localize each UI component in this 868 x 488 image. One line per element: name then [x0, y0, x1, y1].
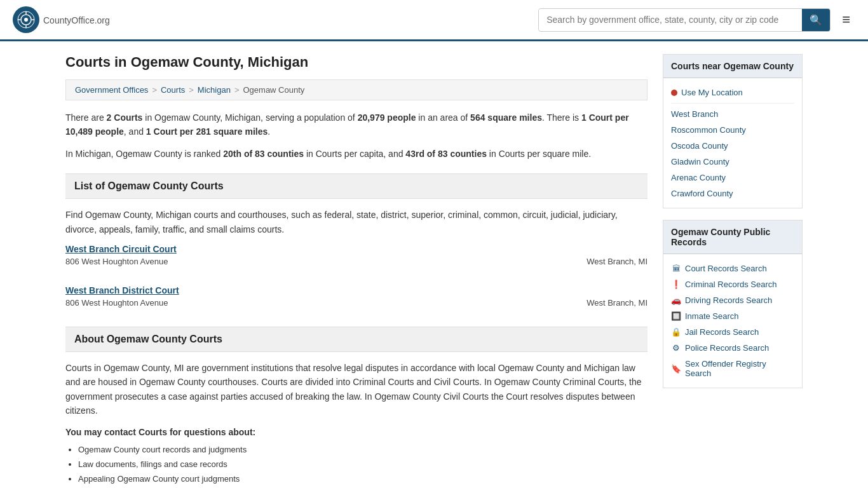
logo-text: CountyOffice.org — [43, 13, 110, 27]
about-text: Courts in Ogemaw County, MI are governme… — [65, 361, 648, 418]
records-link-1[interactable]: ❗ Criminal Records Search — [671, 276, 794, 292]
contact-header: You may contact Courts for questions abo… — [65, 427, 648, 437]
list-section-header: List of Ogemaw County Courts — [65, 173, 648, 199]
nearby-link-4[interactable]: Arenac County — [671, 170, 794, 186]
rank-text-2: in Courts per capita, and — [304, 149, 405, 159]
court-1-details: 806 West Houghton Avenue West Branch, MI — [65, 257, 648, 266]
intro-text-3: in an area of — [416, 112, 470, 123]
use-my-location-link[interactable]: Use My Location — [671, 85, 794, 100]
search-bar: 🔍 — [538, 8, 831, 32]
intro-text-2: in Ogemaw County, Michigan, serving a po… — [142, 112, 357, 123]
records-link-5[interactable]: ⚙ Police Records Search — [671, 340, 794, 356]
court-2-details: 806 West Houghton Avenue West Branch, MI — [65, 298, 648, 308]
location-dot-icon — [671, 90, 677, 96]
sidebar-records-box: Ogemaw County Public Records 🏛 Court Rec… — [663, 220, 803, 388]
records-link-0[interactable]: 🏛 Court Records Search — [671, 261, 794, 276]
sidebar: Courts near Ogemaw County Use My Locatio… — [663, 54, 803, 487]
records-label-6: Sex Offender Registry Search — [685, 359, 794, 378]
breadcrumb-gov-offices[interactable]: Government Offices — [75, 85, 148, 95]
court-1-name[interactable]: West Branch Circuit Court — [65, 244, 648, 254]
breadcrumb-sep-3: > — [234, 85, 240, 95]
main-wrapper: Courts in Ogemaw County, Michigan Govern… — [53, 41, 815, 488]
records-header: Ogemaw County Public Records — [663, 220, 802, 254]
breadcrumb-sep-2: > — [189, 85, 194, 95]
driving-records-icon: 🚗 — [671, 295, 681, 305]
ranked-text: In Michigan, Ogemaw County is ranked — [65, 149, 223, 159]
jail-records-icon: 🔒 — [671, 327, 681, 337]
page-title: Courts in Ogemaw County, Michigan — [65, 54, 648, 71]
nearby-link-2[interactable]: Oscoda County — [671, 138, 794, 154]
police-records-icon: ⚙ — [671, 343, 681, 353]
sidebar-nearby-box: Courts near Ogemaw County Use My Locatio… — [663, 54, 803, 208]
courts-list: West Branch Circuit Court 806 West Hough… — [65, 244, 648, 314]
court-1-address: 806 West Houghton Avenue — [65, 257, 168, 266]
nearby-content: Use My Location West Branch Roscommon Co… — [663, 78, 802, 208]
court-item-2: West Branch District Court 806 West Houg… — [65, 285, 648, 314]
sex-offender-icon: 🔖 — [671, 364, 681, 374]
intro-text-5: , and — [124, 126, 146, 137]
court-2-name[interactable]: West Branch District Court — [65, 285, 648, 295]
nearby-header: Courts near Ogemaw County — [663, 55, 802, 78]
court-1-city: West Branch, MI — [587, 257, 648, 266]
records-content: 🏛 Court Records Search ❗ Criminal Record… — [663, 254, 802, 388]
courts-count-bold: 2 Courts — [107, 112, 143, 123]
intro-paragraph-1: There are 2 Courts in Ogemaw County, Mic… — [65, 111, 648, 139]
intro-text-6: . — [268, 126, 270, 137]
about-section-header: About Ogemaw County Courts — [65, 327, 648, 352]
area-bold: 564 square miles — [470, 112, 542, 123]
intro-text-1: There are — [65, 112, 107, 123]
bullet-1: Ogemaw County court records and judgment… — [78, 442, 648, 457]
breadcrumb-sep-1: > — [152, 85, 157, 95]
list-description: Find Ogemaw County, Michigan courts and … — [65, 208, 648, 236]
rank-capita-bold: 20th of 83 counties — [223, 149, 304, 159]
population-bold: 20,979 people — [358, 112, 416, 123]
logo-icon — [13, 6, 39, 33]
site-header: CountyOffice.org 🔍 ≡ — [0, 0, 868, 41]
nearby-link-0[interactable]: West Branch — [671, 106, 794, 122]
main-content: Courts in Ogemaw County, Michigan Govern… — [65, 54, 648, 487]
hamburger-menu-icon[interactable]: ≡ — [837, 9, 855, 30]
search-button[interactable]: 🔍 — [802, 9, 830, 31]
inmate-search-icon: 🔲 — [671, 311, 681, 321]
bullet-3: Appealing Ogemaw County court judgments — [78, 471, 648, 486]
search-input[interactable] — [539, 10, 802, 30]
records-link-2[interactable]: 🚗 Driving Records Search — [671, 292, 794, 308]
court-records-icon: 🏛 — [671, 264, 681, 273]
rank-text-3: in Courts per square mile. — [487, 149, 591, 159]
records-link-4[interactable]: 🔒 Jail Records Search — [671, 324, 794, 340]
bullet-list: Ogemaw County court records and judgment… — [65, 442, 648, 487]
bullet-2: Law documents, filings and case records — [78, 457, 648, 471]
breadcrumb-current: Ogemaw County — [243, 85, 304, 95]
nearby-link-5[interactable]: Crawford County — [671, 186, 794, 201]
rank-sqmile-bold: 43rd of 83 counties — [405, 149, 487, 159]
per-sqmile-bold: 1 Court per 281 square miles — [146, 126, 268, 137]
records-link-3[interactable]: 🔲 Inmate Search — [671, 308, 794, 324]
records-label-2: Driving Records Search — [685, 295, 772, 305]
nearby-link-1[interactable]: Roscommon County — [671, 122, 794, 138]
breadcrumb: Government Offices > Courts > Michigan >… — [65, 79, 648, 100]
court-item-1: West Branch Circuit Court 806 West Hough… — [65, 244, 648, 273]
svg-point-2 — [24, 18, 28, 22]
nearby-link-3[interactable]: Gladwin County — [671, 154, 794, 170]
nearby-divider — [671, 103, 794, 104]
records-label-0: Court Records Search — [685, 264, 767, 273]
court-2-city: West Branch, MI — [587, 298, 648, 308]
records-link-6[interactable]: 🔖 Sex Offender Registry Search — [671, 356, 794, 381]
use-location-label: Use My Location — [681, 88, 743, 97]
records-label-3: Inmate Search — [685, 311, 739, 321]
header-right: 🔍 ≡ — [538, 8, 855, 32]
breadcrumb-courts[interactable]: Courts — [161, 85, 185, 95]
intro-paragraph-2: In Michigan, Ogemaw County is ranked 20t… — [65, 147, 648, 161]
criminal-records-icon: ❗ — [671, 280, 681, 289]
records-label-1: Criminal Records Search — [685, 280, 777, 289]
logo-area[interactable]: CountyOffice.org — [13, 6, 110, 33]
breadcrumb-michigan[interactable]: Michigan — [198, 85, 231, 95]
records-label-4: Jail Records Search — [685, 327, 759, 337]
court-2-address: 806 West Houghton Avenue — [65, 298, 168, 308]
intro-text-4: . There is — [542, 112, 581, 123]
records-label-5: Police Records Search — [685, 343, 769, 353]
